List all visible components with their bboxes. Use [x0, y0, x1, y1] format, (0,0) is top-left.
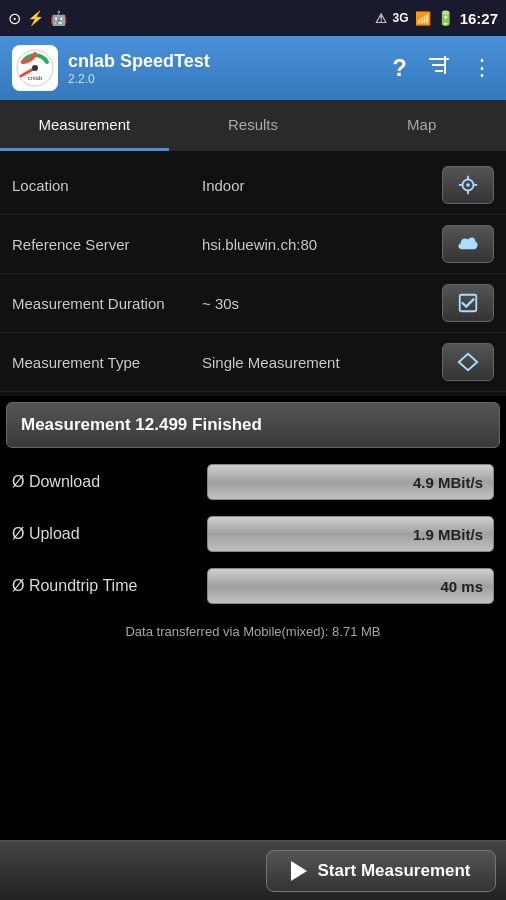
status-bar: ⊙ ⚡ 🤖 ⚠ 3G 📶 🔋 16:27 — [0, 0, 506, 36]
type-value: Single Measurement — [202, 354, 442, 371]
android-icon: 🤖 — [50, 10, 67, 26]
upload-label: Ø Upload — [12, 525, 197, 543]
cloud-icon — [457, 235, 479, 253]
type-label: Measurement Type — [12, 354, 202, 371]
reference-server-value: hsi.bluewin.ch:80 — [202, 236, 442, 253]
battery-icon: 🔋 — [437, 10, 454, 26]
app-header: cnlab cnlab SpeedTest 2.2.0 ? ⋮ — [0, 36, 506, 100]
ring-icon: ⊙ — [8, 9, 21, 28]
diamond-icon — [457, 351, 479, 373]
status-right-icons: ⚠ 3G 📶 🔋 16:27 — [375, 10, 498, 27]
header-icons: ? ⋮ — [392, 53, 494, 83]
play-icon — [291, 861, 307, 881]
tab-map[interactable]: Map — [337, 100, 506, 151]
tab-measurement[interactable]: Measurement — [0, 100, 169, 151]
upload-value: 1.9 MBit/s — [413, 526, 483, 543]
app-version: 2.2.0 — [68, 72, 210, 86]
roundtrip-bar: 40 ms — [207, 568, 494, 604]
tab-results[interactable]: Results — [169, 100, 338, 151]
bottom-bar: Start Measurement — [0, 840, 506, 900]
setting-row-reference-server: Reference Server hsi.bluewin.ch:80 — [0, 215, 506, 274]
download-value: 4.9 MBit/s — [413, 474, 483, 491]
network-type: 3G — [393, 11, 409, 25]
start-measurement-button[interactable]: Start Measurement — [266, 850, 496, 892]
svg-text:cnlab: cnlab — [28, 75, 43, 81]
speedometer-logo: cnlab — [15, 48, 55, 88]
duration-value: ~ 30s — [202, 295, 442, 312]
download-bar: 4.9 MBit/s — [207, 464, 494, 500]
roundtrip-value: 40 ms — [440, 578, 483, 595]
crosshair-icon — [457, 174, 479, 196]
setting-row-type: Measurement Type Single Measurement — [0, 333, 506, 392]
svg-rect-5 — [435, 70, 443, 72]
svg-point-8 — [466, 183, 470, 187]
checkbox-icon — [457, 292, 479, 314]
signal-bars-icon: 📶 — [415, 11, 431, 26]
duration-button[interactable] — [442, 284, 494, 322]
location-value: Indoor — [202, 177, 442, 194]
app-title-block: cnlab SpeedTest 2.2.0 — [68, 51, 210, 86]
more-icon[interactable]: ⋮ — [471, 55, 494, 81]
status-left-icons: ⊙ ⚡ 🤖 — [8, 9, 67, 28]
download-label: Ø Download — [12, 473, 197, 491]
no-sim-icon: ⚠ — [375, 11, 387, 26]
filter-icon[interactable] — [427, 53, 451, 83]
clock: 16:27 — [460, 10, 498, 27]
tab-bar: Measurement Results Map — [0, 100, 506, 152]
app-title: cnlab SpeedTest — [68, 51, 210, 72]
metrics-section: Ø Download 4.9 MBit/s Ø Upload 1.9 MBit/… — [0, 454, 506, 614]
type-button[interactable] — [442, 343, 494, 381]
setting-row-duration: Measurement Duration ~ 30s — [0, 274, 506, 333]
reference-server-label: Reference Server — [12, 236, 202, 253]
settings-section: Location Indoor Reference Server hsi.blu… — [0, 152, 506, 396]
data-transfer-info: Data transferred via Mobile(mixed): 8.71… — [0, 614, 506, 649]
setting-row-location: Location Indoor — [0, 156, 506, 215]
duration-label: Measurement Duration — [12, 295, 202, 312]
header-left: cnlab cnlab SpeedTest 2.2.0 — [12, 45, 210, 91]
svg-rect-4 — [432, 64, 446, 66]
metric-row-upload: Ø Upload 1.9 MBit/s — [0, 508, 506, 560]
reference-server-button[interactable] — [442, 225, 494, 263]
data-transfer-text: Data transferred via Mobile(mixed): 8.71… — [125, 624, 380, 639]
metric-row-roundtrip: Ø Roundtrip Time 40 ms — [0, 560, 506, 612]
result-banner: Measurement 12.499 Finished — [6, 402, 500, 448]
svg-marker-14 — [459, 354, 477, 371]
usb-icon: ⚡ — [27, 10, 44, 26]
metric-row-download: Ø Download 4.9 MBit/s — [0, 456, 506, 508]
location-button[interactable] — [442, 166, 494, 204]
location-label: Location — [12, 177, 202, 194]
svg-point-1 — [32, 65, 38, 71]
result-banner-text: Measurement 12.499 Finished — [21, 415, 262, 434]
app-logo: cnlab — [12, 45, 58, 91]
roundtrip-label: Ø Roundtrip Time — [12, 577, 197, 595]
help-icon[interactable]: ? — [392, 54, 407, 82]
start-button-label: Start Measurement — [317, 861, 470, 881]
upload-bar: 1.9 MBit/s — [207, 516, 494, 552]
